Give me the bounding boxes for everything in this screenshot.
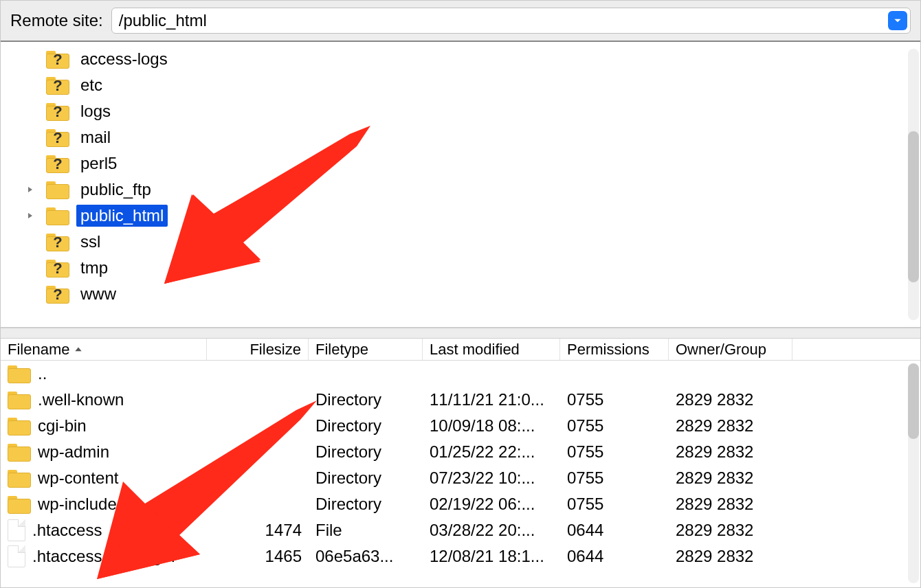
file-permissions-cell: 0755 xyxy=(560,416,669,436)
column-header-owner[interactable]: Owner/Group xyxy=(669,339,792,360)
column-header-filetype[interactable]: Filetype xyxy=(309,339,423,360)
question-mark-icon: ? xyxy=(53,51,62,69)
file-size-cell: 1465 xyxy=(207,547,309,566)
file-row[interactable]: .htaccess.phpupg...146506e5a63...12/08/2… xyxy=(1,543,920,569)
column-label: Filesize xyxy=(249,341,301,359)
file-list-body[interactable]: ...well-knownDirectory11/11/21 21:0...07… xyxy=(1,361,920,569)
directory-tree[interactable]: ?access-logs?etc?logs?mail?perl5public_f… xyxy=(1,42,920,307)
tree-item-mail[interactable]: ?mail xyxy=(1,124,920,150)
file-owner-cell: 2829 2832 xyxy=(669,390,792,409)
file-row[interactable]: .htaccess1474File03/28/22 20:...06442829… xyxy=(1,517,920,543)
file-row[interactable]: wp-includesDirectory02/19/22 06:...07552… xyxy=(1,491,920,517)
unknown-folder-icon: ? xyxy=(46,154,69,173)
file-name-label: .htaccess xyxy=(32,521,102,540)
column-header-filename[interactable]: Filename xyxy=(1,339,207,360)
file-type-cell: 06e5a63... xyxy=(309,547,423,566)
folder-icon xyxy=(8,364,31,383)
path-dropdown-button[interactable] xyxy=(888,11,907,30)
file-owner-cell: 2829 2832 xyxy=(669,442,792,462)
file-name-cell: .. xyxy=(1,364,207,383)
file-owner-cell: 2829 2832 xyxy=(669,416,792,436)
file-permissions-cell: 0755 xyxy=(560,390,669,409)
files-scrollbar[interactable] xyxy=(908,363,919,583)
folder-icon xyxy=(46,206,69,225)
file-name-cell: .htaccess.phpupg... xyxy=(1,545,207,567)
ftp-client-window: Remote site: ?access-logs?etc?logs?mail?… xyxy=(0,0,921,588)
disclosure-triangle-icon[interactable] xyxy=(24,183,36,196)
remote-path-input[interactable] xyxy=(119,11,884,30)
tree-item-public-html[interactable]: public_html xyxy=(1,203,920,229)
file-name-cell: wp-includes xyxy=(1,495,207,514)
chevron-down-icon xyxy=(893,16,902,25)
file-type-cell: Directory xyxy=(309,416,423,436)
tree-item-label: etc xyxy=(76,74,107,96)
tree-item-perl5[interactable]: ?perl5 xyxy=(1,150,920,177)
tree-scrollbar[interactable] xyxy=(908,49,919,320)
file-type-cell: Directory xyxy=(309,495,423,514)
unknown-folder-icon: ? xyxy=(46,76,69,95)
file-modified-cell: 02/19/22 06:... xyxy=(423,495,560,514)
file-row[interactable]: wp-adminDirectory01/25/22 22:...07552829… xyxy=(1,439,920,465)
file-name-label: wp-admin xyxy=(38,442,109,462)
question-mark-icon: ? xyxy=(53,103,62,121)
tree-item-etc[interactable]: ?etc xyxy=(1,72,920,98)
file-modified-cell: 07/23/22 10:... xyxy=(423,468,560,488)
tree-item-label: public_ftp xyxy=(76,179,155,201)
file-name-cell: wp-admin xyxy=(1,442,207,462)
tree-item-tmp[interactable]: ?tmp xyxy=(1,255,920,281)
tree-item-label: ssl xyxy=(76,231,104,253)
file-modified-cell: 01/25/22 22:... xyxy=(423,442,560,462)
column-label: Filetype xyxy=(315,341,368,359)
question-mark-icon: ? xyxy=(53,286,62,304)
file-modified-cell: 03/28/22 20:... xyxy=(423,521,560,540)
file-permissions-cell: 0644 xyxy=(560,547,669,566)
tree-scrollbar-thumb[interactable] xyxy=(908,131,919,282)
question-mark-icon: ? xyxy=(53,234,62,251)
file-name-cell: wp-content xyxy=(1,468,207,488)
pane-splitter[interactable] xyxy=(1,328,920,339)
folder-icon xyxy=(8,416,31,436)
files-scrollbar-thumb[interactable] xyxy=(908,363,919,439)
file-size-cell: 1474 xyxy=(207,521,309,540)
tree-item-label: tmp xyxy=(76,257,112,279)
column-label: Last modified xyxy=(430,341,520,359)
file-row[interactable]: cgi-binDirectory10/09/18 08:...07552829 … xyxy=(1,413,920,439)
question-mark-icon: ? xyxy=(53,129,62,147)
folder-icon xyxy=(8,495,31,514)
tree-item-ssl[interactable]: ?ssl xyxy=(1,229,920,255)
tree-item-label: logs xyxy=(76,100,115,122)
folder-icon xyxy=(46,180,69,199)
column-header-permissions[interactable]: Permissions xyxy=(560,339,669,360)
unknown-folder-icon: ? xyxy=(46,232,69,251)
file-row[interactable]: wp-contentDirectory07/23/22 10:...075528… xyxy=(1,465,920,491)
column-header-filesize[interactable]: Filesize xyxy=(207,339,309,360)
unknown-folder-icon: ? xyxy=(46,258,69,278)
address-label: Remote site: xyxy=(10,11,103,30)
tree-item-label: public_html xyxy=(76,205,168,227)
tree-item-public-ftp[interactable]: public_ftp xyxy=(1,177,920,203)
file-modified-cell: 11/11/21 21:0... xyxy=(423,390,560,409)
disclosure-triangle-icon[interactable] xyxy=(24,210,36,222)
column-header-modified[interactable]: Last modified xyxy=(423,339,560,360)
file-list-header: Filename Filesize Filetype Last modified… xyxy=(1,339,920,361)
tree-item-access-logs[interactable]: ?access-logs xyxy=(1,46,920,72)
tree-item-label: mail xyxy=(76,126,115,148)
column-label: Filename xyxy=(8,341,69,359)
file-icon xyxy=(8,519,25,541)
folder-icon xyxy=(8,442,31,462)
file-type-cell: Directory xyxy=(309,468,423,488)
question-mark-icon: ? xyxy=(53,155,62,173)
folder-icon xyxy=(8,390,31,409)
file-row[interactable]: .. xyxy=(1,361,920,387)
directory-tree-pane: ?access-logs?etc?logs?mail?perl5public_f… xyxy=(1,42,920,328)
file-name-label: .well-known xyxy=(38,390,124,409)
tree-item-logs[interactable]: ?logs xyxy=(1,98,920,124)
tree-item-www[interactable]: ?www xyxy=(1,281,920,307)
file-owner-cell: 2829 2832 xyxy=(669,495,792,514)
folder-icon xyxy=(8,468,31,488)
file-name-label: cgi-bin xyxy=(38,416,87,436)
file-owner-cell: 2829 2832 xyxy=(669,468,792,488)
file-name-cell: cgi-bin xyxy=(1,416,207,436)
tree-item-label: perl5 xyxy=(76,152,121,174)
file-row[interactable]: .well-knownDirectory11/11/21 21:0...0755… xyxy=(1,387,920,413)
